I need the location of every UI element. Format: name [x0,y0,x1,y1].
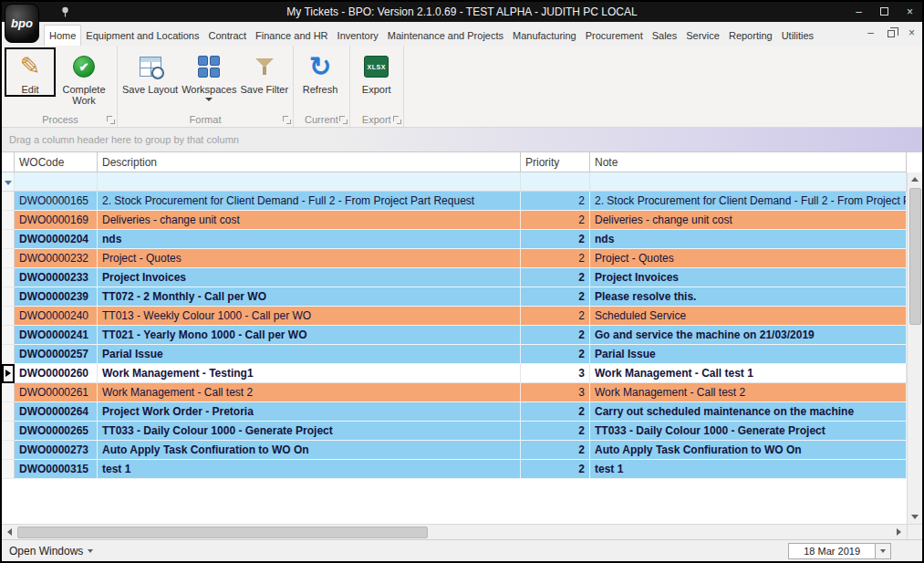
cell-description: TT033 - Daily Colour 1000 - Generate Pro… [98,422,521,441]
table-row[interactable]: DWO0000265TT033 - Daily Colour 1000 - Ge… [2,422,907,441]
export-button[interactable]: XLSXExport [353,49,400,95]
cell-priority: 2 [521,326,590,345]
button-label: Workspaces [182,84,236,95]
table-row[interactable]: DWO0000315test 12test 1 [2,460,907,479]
filter-description-input[interactable] [98,172,521,191]
table-row[interactable]: DWO0000241TT021 - Yearly Mono 1000 - Cal… [2,326,907,345]
header-description[interactable]: Description [98,152,521,172]
row-selector[interactable] [2,345,15,364]
table-row[interactable]: DWO0000273Auto Apply Task Confiuration t… [2,441,907,460]
cell-note: 2. Stock Procurement for Client Demand -… [590,192,907,211]
filter-save-icon [254,51,275,82]
header-wocode[interactable]: WOCode [15,152,98,172]
dialog-launcher-icon[interactable] [283,116,291,124]
row-selector[interactable] [2,422,15,441]
cell-priority: 3 [521,364,590,383]
table-row[interactable]: DWO0000169Deliveries - change unit cost2… [2,211,907,230]
tab-equipment-and-locations[interactable]: Equipment and Locations [81,26,203,46]
tab-procurement[interactable]: Procurement [581,26,648,46]
save-filter-button[interactable]: Save Filter [238,49,290,95]
cell-priority: 2 [521,249,590,268]
workspaces-button[interactable]: Workspaces [180,49,238,101]
dialog-launcher-icon[interactable] [339,116,348,124]
cell-description: TT013 - Weekly Colour 1000 - Call per WO [98,307,521,326]
mdi-restore-button[interactable] [888,26,895,39]
row-selector[interactable] [2,249,15,268]
table-row[interactable]: DWO0000257Parial Issue2Parial Issue [2,345,907,364]
horizontal-scroll-thumb[interactable] [17,527,428,538]
cell-description: Project Work Order - Pretoria [98,402,521,422]
row-selector[interactable] [2,326,15,345]
table-row[interactable]: DWO0000260Work Management - Testing13Wor… [2,364,907,383]
dialog-launcher-icon[interactable] [107,116,115,124]
scroll-right-icon[interactable] [891,528,907,536]
tab-service[interactable]: Service [681,26,724,46]
cell-note: nds [590,230,907,249]
group-label: Format [190,114,222,125]
table-row[interactable]: DWO0000204nds2nds [2,230,907,249]
tab-home[interactable]: Home [44,25,81,46]
cell-priority: 2 [521,422,590,441]
vertical-scrollbar[interactable] [907,172,922,524]
row-selector[interactable] [2,364,15,383]
open-windows-button[interactable]: Open Windows [9,545,93,558]
cell-priority: 2 [521,460,590,479]
vertical-scroll-thumb[interactable] [909,188,921,325]
tab-maintenance-and-projects[interactable]: Maintenance and Projects [383,26,508,46]
row-selector[interactable] [2,192,15,211]
horizontal-scrollbar[interactable] [2,524,922,539]
tab-contract[interactable]: Contract [204,26,252,46]
table-row[interactable]: DWO00001652. Stock Procurement for Clien… [2,192,907,211]
tab-sales[interactable]: Sales [648,26,682,46]
table-row[interactable]: DWO0000240TT013 - Weekly Colour 1000 - C… [2,307,907,326]
cell-note: Deliveries - change unit cost [590,211,907,230]
button-label: Export [362,84,391,95]
filter-note-input[interactable] [590,172,907,191]
titlebar: My Tickets - BPO: Version 2.1.0.69 - TES… [2,2,922,22]
scroll-down-icon[interactable] [911,510,919,524]
filter-wocode-input[interactable] [15,172,98,191]
table-row[interactable]: DWO0000264Project Work Order - Pretoria2… [2,402,907,422]
header-priority[interactable]: Priority [521,152,590,172]
table-row[interactable]: DWO0000232Project - Quotes2Project - Quo… [2,249,907,268]
row-selector[interactable] [2,441,15,460]
row-selector[interactable] [2,402,15,422]
edit-button[interactable]: ✎Edit [6,49,54,95]
dialog-launcher-icon[interactable] [393,116,401,124]
mdi-close-button[interactable]: × [908,26,915,39]
close-button[interactable]: × [907,5,913,18]
pencil-icon: ✎ [20,51,41,82]
date-dropdown-button[interactable] [875,544,890,558]
tab-manufacturing[interactable]: Manufacturing [508,26,581,46]
row-selector[interactable] [2,383,15,402]
row-selector[interactable] [2,287,15,307]
tab-reporting[interactable]: Reporting [724,26,777,46]
row-selector[interactable] [2,460,15,479]
scroll-up-icon[interactable] [911,172,919,186]
tab-finance-and-hr[interactable]: Finance and HR [251,26,333,46]
save-layout-button[interactable]: Save Layout [120,49,180,95]
minimize-button[interactable]: – [856,5,862,18]
mdi-minimize-button[interactable]: – [867,26,874,39]
table-row[interactable]: DWO0000233Project Invoices2Project Invoi… [2,268,907,287]
complete-work-button[interactable]: ✔Complete Work [54,49,114,106]
date-picker[interactable]: 18 Mar 2019 [788,543,891,559]
row-selector[interactable] [2,268,15,287]
scroll-left-icon[interactable] [2,528,17,536]
row-selector[interactable] [2,307,15,326]
date-value: 18 Mar 2019 [789,546,875,557]
table-row[interactable]: DWO0000239TT072 - 2 Monthly - Call per W… [2,287,907,307]
maximize-button[interactable] [880,5,888,18]
tab-utilities[interactable]: Utilities [777,26,818,46]
table-row[interactable]: DWO0000261Work Management - Call test 23… [2,383,907,402]
refresh-button[interactable]: ↻Refresh [296,49,344,95]
group-by-bar[interactable]: Drag a column header here to group by th… [2,128,922,152]
row-selector[interactable] [2,230,15,249]
filter-priority-input[interactable] [521,172,590,191]
row-selector[interactable] [2,211,15,230]
header-note[interactable]: Note [590,152,907,172]
grid-header-row: WOCode Description Priority Note [2,152,907,172]
cell-description: Parial Issue [98,345,521,364]
cell-wocode: DWO0000265 [15,422,98,441]
tab-inventory[interactable]: Inventory [333,26,383,46]
